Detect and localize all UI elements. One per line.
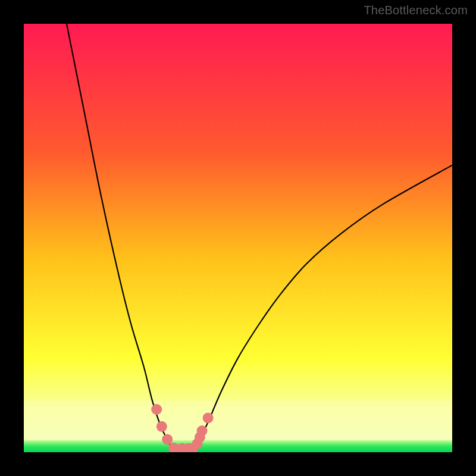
chart-frame: TheBottleneck.com bbox=[0, 0, 476, 476]
marker-dot bbox=[203, 412, 214, 423]
plot-area bbox=[24, 24, 452, 452]
chart-svg bbox=[24, 24, 452, 452]
marker-dot bbox=[151, 404, 162, 415]
marker-dot bbox=[197, 425, 208, 436]
gradient-background bbox=[24, 24, 452, 452]
green-band bbox=[24, 440, 452, 452]
yellow-band bbox=[24, 401, 452, 440]
watermark-text: TheBottleneck.com bbox=[364, 4, 468, 17]
marker-dot bbox=[162, 434, 173, 444]
marker-dot bbox=[156, 421, 167, 432]
